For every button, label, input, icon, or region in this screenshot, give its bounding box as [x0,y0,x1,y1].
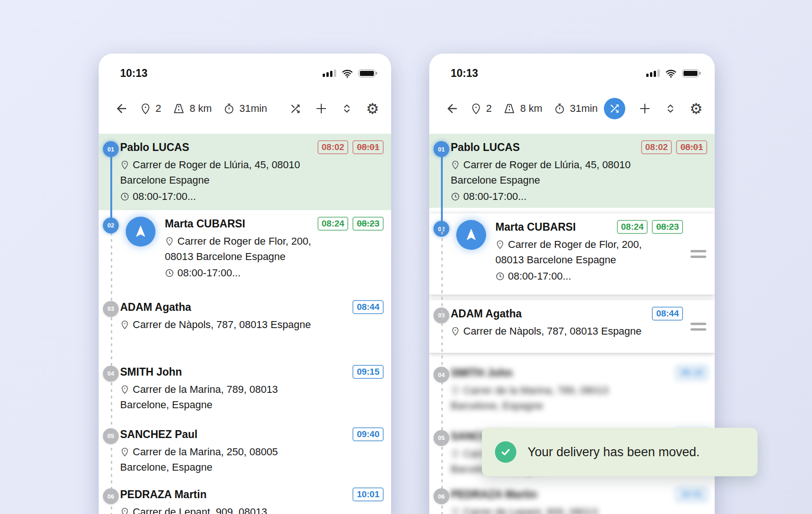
eta-badge: 08:24 [617,220,648,234]
stop-name: ADAM Agatha [120,300,191,315]
stop-row[interactable]: 03 ADAM Agatha 08:44 Carrer de Nàpols, 7… [99,294,391,358]
settings-button[interactable]: ⚙ [690,102,703,116]
stop-row[interactable]: 06 PEDRAZA Martin 10:01 Carrer de Lepant… [99,481,391,514]
location-pin-small-icon [451,386,460,395]
clock-icon [165,268,174,278]
eta-badge: 08:24 [318,217,349,231]
previous-eta-badge: 08:23 [352,217,384,231]
clock-icon [495,272,505,281]
clock-time: 10:13 [451,67,478,80]
location-pin-small-icon [451,449,460,459]
location-pin-small-icon [451,507,460,514]
stop-row[interactable]: 05 SANCHEZ Paul 09:40 Carrer de la Marin… [99,421,391,481]
stop-name: SMITH John [451,366,513,380]
stop-row[interactable]: 01 Pablo LUCAS 08:02 08:01 Carrer de Rog… [99,134,391,210]
road-icon [172,103,185,115]
blurred-content: SMITH John 09:15 Carrer de la Marina, 78… [451,366,707,422]
stop-row[interactable]: 02 Marta CUBARSI 08:24 08:23 Carrer de R… [99,210,391,294]
blurred-content: PEDRAZA Martin 10:01 Carrer de Lepant, 9… [451,487,707,514]
address-line: Carrer de Roger de Flor, 200, 08013 Barc… [495,237,656,267]
back-button[interactable] [115,102,129,116]
stop-number-badge: 06 [103,488,119,504]
check-icon [495,441,516,463]
navigation-arrow-icon [133,224,148,239]
reorder-button[interactable] [664,103,677,115]
stop-name: PEDRAZA Martin [451,487,537,502]
address-line: Carrer de Lepant, 909, 08013 [451,504,651,514]
settings-button[interactable]: ⚙ [366,102,379,116]
eta-badge: 10:01 [676,487,707,501]
stop-number-badge: 01 [433,141,449,157]
gear-icon: ⚙ [690,102,703,116]
stop-number-badge: 03 [103,301,119,317]
phone-1-frame: 10:13 2 [99,54,391,514]
stop-row[interactable]: 06 PEDRAZA Martin 10:01 Carrer de Lepant… [429,481,715,514]
location-pin-small-icon [120,320,129,329]
duration-stat: 31min [223,103,267,115]
stop-row-draggable[interactable]: 02 Marta CUBARSI 08:24 08:23 Carrer de R… [429,213,715,294]
eta-badge: 09:15 [352,365,384,379]
previous-eta-badge: 08:23 [652,220,683,234]
location-pin-small-icon [120,160,129,170]
shuffle-button-active[interactable] [604,98,625,119]
stop-row-draggable[interactable]: 03 ADAM Agatha 08:44 Carrer de Nàpols, 7… [429,300,715,353]
stop-name: ADAM Agatha [451,307,521,321]
eta-badge: 09:40 [352,427,384,441]
wifi-icon [341,68,353,78]
add-stop-button[interactable] [638,102,651,115]
drag-handle[interactable] [690,250,706,258]
eta-badge: 08:44 [652,307,683,321]
stop-row[interactable]: 01 Pablo LUCAS 08:02 08:01 Carrer de Rog… [429,134,715,208]
cellular-signal-icon [646,69,660,77]
cellular-signal-icon [323,69,336,77]
clock-time: 10:13 [120,67,148,80]
toast-message: Your delivery has been moved. [528,445,700,459]
address-line: Carrer de la Marina, 789, 08013 Barcelon… [120,382,320,412]
toast-notification: Your delivery has been moved. [482,428,758,476]
stop-name: Marta CUBARSI [165,217,245,231]
stop-name: Pablo LUCAS [451,140,520,155]
stop-number-badge: 01 [103,141,119,157]
eta-badge: 10:01 [352,487,384,501]
stopwatch-icon [554,103,566,115]
navigation-arrow-icon [464,227,479,242]
address-line: Carrer de Roger de Flor, 200, 08013 Barc… [165,233,325,264]
stop-list: 01 Pablo LUCAS 08:02 08:01 Carrer de Rog… [99,134,391,514]
hours-line: 08:00-17:00... [165,266,384,280]
stop-name: PEDRAZA Martin [120,487,207,502]
clock-icon [451,192,460,201]
location-pin-icon [470,103,482,115]
timeline-solid [110,149,112,226]
back-button[interactable] [445,102,459,116]
location-pin-small-icon [495,240,505,249]
drag-handle[interactable] [690,322,706,330]
previous-eta-badge: 08:01 [676,140,707,154]
stop-number-badge: 04 [103,366,119,382]
shuffle-button[interactable] [289,103,302,115]
add-stop-button[interactable] [315,102,328,115]
wifi-icon [665,68,677,78]
stops-count: 2 [156,103,161,115]
stop-number-badge: 05 [433,430,449,446]
stop-row[interactable]: 04 SMITH John 09:15 Carrer de la Marina,… [429,359,715,422]
previous-eta-badge: 08:01 [352,140,384,154]
address-line: Carrer de Roger de Llúria, 45, 08010 Bar… [451,157,651,188]
stopwatch-icon [223,103,235,115]
stop-number-badge: 05 [103,428,119,444]
stop-name: SMITH John [120,365,182,379]
stop-name: Marta CUBARSI [495,220,576,234]
location-pin-small-icon [451,160,460,170]
location-pin-small-icon [120,507,129,514]
reorder-button[interactable] [341,103,353,115]
distance-stat: 8 km [503,103,542,115]
stop-name: Pablo LUCAS [120,140,189,155]
hours-line: 08:00-17:00... [120,190,384,204]
stop-row[interactable]: 04 SMITH John 09:15 Carrer de la Marina,… [99,358,391,421]
status-bar: 10:13 [429,54,715,83]
location-pin-small-icon [120,385,129,394]
location-pin-icon [140,103,151,115]
stop-number-badge: 04 [433,367,449,383]
duration-value: 31min [239,103,267,115]
timeline-solid [441,149,443,232]
address-line: Carrer de Nàpols, 787, 08013 Espagne [120,317,320,332]
